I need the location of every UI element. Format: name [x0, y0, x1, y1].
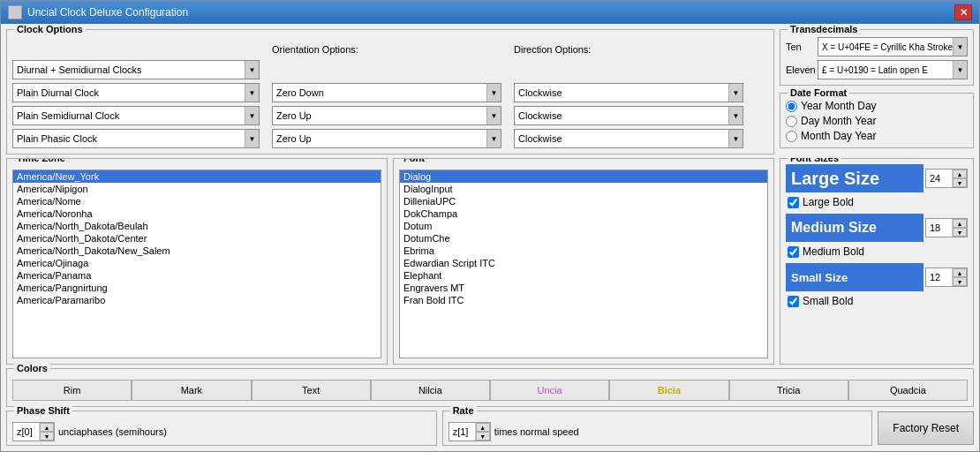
orientation-dropdown-3[interactable]: Zero Up ▼ [272, 129, 501, 148]
color-tab-uncia[interactable]: Uncia [490, 380, 609, 401]
clock-options-grid: Orientation Options: Direction Options: … [12, 42, 768, 148]
factory-reset-button[interactable]: Factory Reset [878, 411, 974, 445]
medium-spinner-btns: ▲ ▼ [953, 219, 967, 237]
small-size-spinner[interactable]: 12 ▲ ▼ [925, 267, 968, 287]
color-tab-bicia[interactable]: Bicia [609, 380, 728, 401]
phase-shift-panel: Phase Shift z[0] ▲ ▼ unciaphases (semiho… [6, 411, 437, 446]
font-item[interactable]: DokChampa [400, 207, 767, 220]
font-item[interactable]: DilleniaUPC [400, 195, 767, 207]
font-item[interactable]: Ebrima [400, 245, 767, 257]
color-tab-tricia[interactable]: Tricia [729, 380, 848, 401]
date-format-mdy-radio[interactable] [786, 131, 797, 142]
timezone-item[interactable]: America/North_Dakota/Beulah [13, 220, 381, 232]
color-tab-quadcia[interactable]: Quadcia [848, 380, 968, 401]
clock-dropdown-arrow-3: ▼ [245, 130, 259, 147]
font-listbox[interactable]: DialogDialogInputDilleniaUPCDokChampaDot… [399, 170, 768, 358]
direction-dropdown-3[interactable]: Clockwise ▼ [514, 129, 743, 148]
font-item[interactable]: DialogInput [400, 183, 767, 195]
timezone-item[interactable]: America/Panama [13, 269, 381, 282]
orientation-dropdown-arrow-2: ▼ [486, 107, 501, 124]
date-format-ymd-radio[interactable] [786, 101, 797, 112]
transdecimals-label: Transdecimals [788, 24, 860, 34]
close-button[interactable]: ✕ [954, 4, 972, 20]
small-size-row: Small Size 12 ▲ ▼ [786, 263, 968, 291]
clock-dropdown-2[interactable]: Plain Semidiurnal Clock ▼ [12, 106, 260, 125]
phase-spinner-up[interactable]: ▲ [40, 423, 54, 432]
timezone-item[interactable]: America/Noronha [13, 207, 381, 220]
small-spinner-down[interactable]: ▼ [953, 277, 967, 286]
large-spinner-up[interactable]: ▲ [953, 170, 967, 178]
direction-dropdown-arrow-2: ▼ [728, 107, 743, 124]
timezone-item[interactable]: America/Nipigon [13, 183, 381, 195]
colors-section: Colors RimMarkTextNilciaUnciaBiciaTricia… [6, 368, 974, 407]
timezone-item[interactable]: America/Pangnirtung [13, 282, 381, 294]
orientation-dropdown-2[interactable]: Zero Up ▼ [272, 106, 501, 125]
orientation-placeholder-0 [272, 60, 510, 79]
title-bar-left: Uncial Clock Deluxe Configuration [8, 5, 188, 19]
timezone-label: Time Zone [14, 158, 68, 163]
rate-spinner[interactable]: z[1] ▲ ▼ [449, 422, 491, 441]
date-format-dmy-radio[interactable] [786, 116, 797, 127]
font-item[interactable]: Dialog [400, 170, 767, 183]
timezone-item[interactable]: America/New_York [13, 170, 381, 183]
color-tab-nilcia[interactable]: Nilcia [371, 380, 490, 401]
orientation-dropdown-arrow-1: ▼ [486, 84, 501, 102]
medium-size-display: Medium Size [786, 214, 923, 242]
large-bold-row: Large Bold [788, 196, 968, 208]
font-item[interactable]: Fran Bold ITC [400, 294, 767, 306]
small-spinner-up[interactable]: ▲ [953, 268, 967, 277]
font-item[interactable]: Engravers MT [400, 282, 767, 294]
large-bold-checkbox[interactable] [788, 197, 799, 208]
eleven-label: Eleven [786, 64, 814, 75]
right-col: Transdecimals Ten X = U+04FE = Cyrillic … [780, 29, 974, 154]
medium-bold-label: Medium Bold [803, 245, 864, 258]
small-bold-checkbox[interactable] [788, 296, 799, 307]
clock-dropdown-3[interactable]: Plain Phasic Clock ▼ [12, 129, 260, 148]
medium-bold-checkbox[interactable] [788, 246, 799, 258]
medium-spinner-up[interactable]: ▲ [953, 219, 967, 228]
timezone-item[interactable]: America/Ojinaga [13, 257, 381, 269]
timezone-item[interactable]: America/Nome [13, 195, 381, 207]
ten-dropdown-arrow: ▼ [953, 38, 967, 56]
eleven-dropdown[interactable]: £ = U+0190 = Latin open E ▼ [818, 60, 968, 79]
clock-dropdown-0[interactable]: Diurnal + Semidiurnal Clocks ▼ [12, 60, 260, 79]
rate-spinner-down[interactable]: ▼ [476, 432, 490, 441]
ten-label: Ten [786, 41, 814, 52]
direction-dropdown-2[interactable]: Clockwise ▼ [514, 106, 743, 125]
date-format-ymd: Year Month Day [786, 100, 968, 112]
color-tab-rim[interactable]: Rim [12, 380, 132, 401]
font-panel: Font DialogDialogInputDilleniaUPCDokCham… [393, 158, 774, 365]
font-item[interactable]: Edwardian Script ITC [400, 257, 767, 269]
orientation-col-header: Orientation Options: [272, 42, 510, 56]
phase-shift-spinner[interactable]: z[0] ▲ ▼ [12, 422, 55, 441]
small-bold-row: Small Bold [788, 295, 968, 307]
timezone-item[interactable]: America/North_Dakota/Center [13, 232, 381, 245]
ten-dropdown[interactable]: X = U+04FE = Cyrillic Kha Stroke ▼ [818, 37, 968, 56]
color-tab-text[interactable]: Text [252, 380, 371, 401]
font-item[interactable]: Elephant [400, 269, 767, 282]
font-item[interactable]: Dotum [400, 220, 767, 232]
clock-dropdown-arrow-0: ▼ [245, 61, 259, 79]
font-item[interactable]: DotumChe [400, 232, 767, 245]
direction-dropdown-1[interactable]: Clockwise ▼ [514, 83, 743, 102]
large-size-spinner[interactable]: 24 ▲ ▼ [925, 169, 968, 188]
direction-dropdown-arrow-1: ▼ [728, 84, 743, 102]
medium-size-spinner[interactable]: 18 ▲ ▼ [925, 218, 968, 237]
large-spinner-down[interactable]: ▼ [953, 178, 967, 187]
date-format-mdy-label: Month Day Year [801, 130, 876, 142]
phase-shift-input-row: z[0] ▲ ▼ unciaphases (semihours) [12, 422, 431, 441]
medium-spinner-down[interactable]: ▼ [953, 228, 967, 237]
timezone-item[interactable]: America/Paramaribo [13, 294, 381, 306]
ten-row: Ten X = U+04FE = Cyrillic Kha Stroke ▼ [786, 37, 968, 56]
timezone-listbox[interactable]: America/New_YorkAmerica/NipigonAmerica/N… [12, 170, 381, 358]
clock-dropdown-1[interactable]: Plain Diurnal Clock ▼ [12, 83, 260, 102]
color-tab-mark[interactable]: Mark [132, 380, 251, 401]
timezone-item[interactable]: America/North_Dakota/New_Salem [13, 245, 381, 257]
phase-spinner-down[interactable]: ▼ [40, 432, 54, 441]
direction-dropdown-arrow-3: ▼ [728, 130, 743, 147]
direction-col-header: Direction Options: [514, 42, 752, 56]
orientation-dropdown-arrow-3: ▼ [486, 130, 501, 147]
orientation-dropdown-1[interactable]: Zero Down ▼ [272, 83, 501, 102]
rate-suffix: times normal speed [494, 426, 579, 437]
rate-spinner-up[interactable]: ▲ [476, 423, 490, 432]
